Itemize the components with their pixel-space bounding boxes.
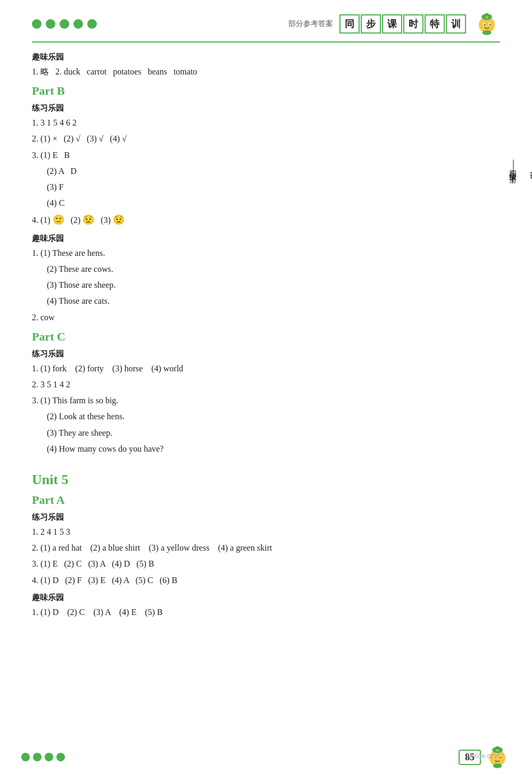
svg-point-5 — [484, 24, 486, 26]
header-circles — [32, 19, 97, 29]
bottom-circle-1 — [21, 753, 30, 761]
answer-1: 1. 略 2. duck carrot potatoes beans tomat… — [32, 64, 500, 79]
qw2-q2: 2. cow — [32, 310, 500, 325]
header-subtitle: 部分参考答案 — [288, 19, 333, 29]
lx2-q3-4: (4) How many cows do you have? — [47, 442, 500, 456]
header-right: 部分参考答案 同 步 课 时 特 训 — [288, 11, 500, 37]
lx1-q3-3: (3) F — [47, 180, 500, 194]
svg-point-6 — [489, 24, 491, 26]
unit-5-header: Unit 5 — [32, 472, 500, 488]
u5-qw-q1: 1. (1) D (2) C (3) A (4) E (5) B — [32, 605, 500, 619]
qw2-q1-2: (2) These are cows. — [47, 262, 500, 276]
page-wrapper: 部分参考答案 同 步 课 时 特 训 — [0, 0, 532, 781]
title-box-1: 同 — [339, 14, 360, 34]
lx1-q4: 4. (1) 🙂 (2) 😟 (3) 😟 — [32, 212, 500, 228]
bottom-circles-left — [21, 753, 65, 761]
lx1-q3-1: 3. (1) E B — [32, 148, 500, 162]
title-box-2: 步 — [361, 14, 381, 34]
lianxi-leyuan-2-label: 练习乐园 — [32, 349, 500, 359]
header-title-boxes: 同 步 课 时 特 训 — [339, 14, 466, 34]
quwei-leyuan-2-label: 趣味乐园 — [32, 234, 500, 244]
title-box-6: 训 — [446, 14, 466, 34]
lianxi-leyuan-1-label: 练习乐园 — [32, 103, 500, 113]
lx2-q3-1: 3. (1) This farm is so big. — [32, 393, 500, 408]
unit5-part-a-header: Part A — [32, 493, 500, 507]
mascot-icon — [473, 11, 500, 37]
lx2-q1: 1. (1) fork (2) forty (3) horse (4) worl… — [32, 361, 500, 376]
quwei-leyuan-1-label: 趣味乐园 — [32, 52, 500, 62]
part-c-header: Part C — [32, 330, 500, 344]
content-area: 趣味乐园 1. 略 2. duck carrot potatoes beans … — [32, 52, 500, 619]
circle-5 — [87, 19, 97, 29]
bottom-circle-3 — [45, 753, 53, 761]
bottom-circle-4 — [56, 753, 65, 761]
qw2-q1-4: (4) Those are cats. — [47, 294, 500, 308]
page-header: 部分参考答案 同 步 课 时 特 训 — [32, 11, 500, 43]
sidebar: 英语四年级（下册） — [513, 160, 532, 178]
svg-rect-12 — [494, 764, 501, 768]
title-box-5: 特 — [425, 14, 445, 34]
circle-1 — [32, 19, 41, 29]
bottom-circle-2 — [33, 753, 41, 761]
lx1-q3-4: (4) C — [47, 196, 500, 210]
title-box-3: 课 — [382, 14, 402, 34]
sidebar-text: 英语四年级（下册） — [508, 165, 532, 172]
lx1-q1: 1. 3 1 5 4 6 2 — [32, 115, 500, 130]
lx1-q2: 2. (1) × (2) √ (3) √ (4) √ — [32, 131, 500, 146]
title-box-4: 时 — [403, 14, 423, 34]
u5-lx-q3: 3. (1) E (2) C (3) A (4) D (5) B — [32, 556, 500, 571]
bottom-bar: 85 — [0, 744, 532, 770]
unit5-lianxi-label: 练习乐园 — [32, 512, 500, 522]
circle-3 — [60, 19, 69, 29]
svg-rect-19 — [496, 750, 498, 751]
circle-4 — [73, 19, 83, 29]
svg-rect-2 — [483, 31, 490, 35]
lx2-q2: 2. 3 5 1 4 2 — [32, 377, 500, 392]
u5-lx-q4: 4. (1) D (2) F (3) E (4) A (5) C (6) B — [32, 573, 500, 587]
svg-rect-9 — [486, 16, 487, 18]
part-b-header: Part B — [32, 84, 500, 98]
lx2-q3-3: (3) They are sheep. — [47, 426, 500, 440]
lx1-q3-2: (2) A D — [47, 164, 500, 178]
unit5-quwei-label: 趣味乐园 — [32, 593, 500, 603]
face-sad-1: 😟 — [82, 214, 94, 225]
qw2-q1-3: (3) Those are sheep. — [47, 278, 500, 292]
qw2-q1-1: 1. (1) These are hens. — [32, 246, 500, 260]
u5-lx-q2: 2. (1) a red hat (2) a blue shirt (3) a … — [32, 541, 500, 555]
face-happy: 🙂 — [53, 214, 64, 225]
face-sad-2: 😟 — [113, 214, 124, 225]
circle-2 — [46, 19, 55, 29]
watermark: MXqe.com — [467, 752, 500, 760]
lx2-q3-2: (2) Look at these hens. — [47, 409, 500, 423]
u5-lx-q1: 1. 2 4 1 5 3 — [32, 525, 500, 539]
